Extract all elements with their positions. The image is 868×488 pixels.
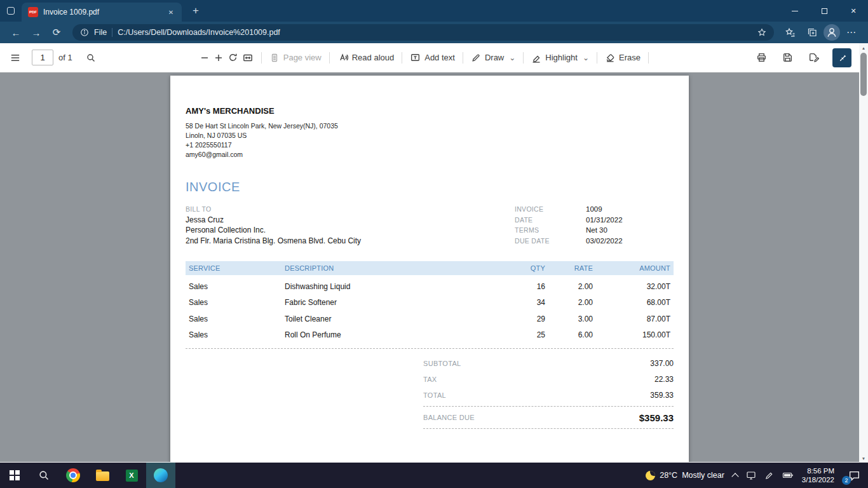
taskbar-edge-button[interactable] bbox=[146, 463, 175, 488]
bill-to-company: Personal Collection Inc. bbox=[186, 225, 361, 236]
balance-due-row: BALANCE DUE $359.33 bbox=[423, 406, 674, 429]
tax-row: TAX 22.33 bbox=[423, 371, 674, 387]
meta-value: Net 30 bbox=[586, 225, 607, 236]
action-center-button[interactable]: 2 bbox=[845, 466, 863, 484]
tray-overflow-chevron-icon[interactable] bbox=[731, 473, 738, 480]
browser-tab[interactable]: PDF Invoice 1009.pdf ✕ bbox=[22, 3, 182, 22]
page-view-button[interactable]: Page view bbox=[268, 50, 323, 65]
battery-icon[interactable] bbox=[782, 470, 794, 480]
zoom-in-icon[interactable] bbox=[212, 50, 226, 65]
taskbar-chrome-button[interactable] bbox=[58, 463, 88, 488]
page-view-label: Page view bbox=[283, 53, 322, 62]
maximize-icon bbox=[822, 8, 827, 14]
tab-actions-button[interactable] bbox=[0, 0, 22, 22]
chevron-down-icon[interactable]: ⌄ bbox=[509, 55, 515, 60]
page-number-input[interactable] bbox=[32, 50, 53, 65]
table-row: Sales Toilet Cleaner 29 3.00 87.00T bbox=[186, 311, 674, 327]
info-icon[interactable] bbox=[80, 28, 89, 37]
highlight-icon bbox=[531, 53, 541, 63]
close-button[interactable]: ✕ bbox=[839, 0, 868, 22]
highlight-button[interactable]: Highlight ⌄ bbox=[529, 50, 591, 65]
taskbar-excel-button[interactable]: X bbox=[117, 463, 146, 488]
system-tray: 28°C Mostly clear 8:56 PM 3/18/2022 2 bbox=[646, 466, 868, 484]
weather-widget[interactable]: 28°C Mostly clear bbox=[646, 471, 724, 480]
monitor-icon[interactable] bbox=[746, 470, 756, 480]
cell-rate: 6.00 bbox=[545, 330, 593, 339]
scroll-down-icon[interactable]: ▼ bbox=[859, 454, 868, 463]
toolbar-divider bbox=[597, 52, 597, 64]
weather-condition: Mostly clear bbox=[682, 471, 724, 480]
pin-icon bbox=[837, 53, 847, 62]
totals-block: SUBTOTAL 337.00 TAX 22.33 TOTAL 359.33 B… bbox=[423, 355, 674, 429]
taskbar-clock[interactable]: 8:56 PM 3/18/2022 bbox=[802, 466, 834, 484]
table-of-contents-icon[interactable] bbox=[8, 50, 23, 66]
settings-menu-icon[interactable]: ⋯ bbox=[841, 23, 862, 42]
tab-close-icon[interactable]: ✕ bbox=[165, 6, 177, 18]
cell-qty: 25 bbox=[475, 330, 545, 339]
read-aloud-button[interactable]: Read aloud bbox=[336, 50, 397, 65]
taskbar-file-explorer-button[interactable] bbox=[88, 463, 117, 488]
favorites-icon[interactable] bbox=[780, 23, 801, 42]
column-header: AMOUNT bbox=[593, 264, 674, 272]
company-phone: +1 2025550117 bbox=[186, 140, 674, 150]
read-aloud-label: Read aloud bbox=[352, 53, 395, 62]
start-button[interactable] bbox=[0, 463, 29, 488]
forward-button[interactable]: → bbox=[27, 23, 46, 42]
search-icon bbox=[38, 470, 50, 481]
invoice-title: INVOICE bbox=[186, 180, 674, 194]
refresh-button[interactable]: ⟳ bbox=[47, 23, 66, 42]
print-icon[interactable] bbox=[754, 50, 769, 65]
column-header: RATE bbox=[545, 264, 593, 272]
cell-description: Roll On Perfume bbox=[285, 330, 475, 339]
chevron-down-icon[interactable]: ⌄ bbox=[583, 55, 589, 60]
back-button[interactable]: ← bbox=[6, 23, 25, 42]
search-icon[interactable] bbox=[84, 50, 98, 65]
total-row: TOTAL 359.33 bbox=[423, 387, 674, 403]
zoom-out-icon[interactable] bbox=[198, 50, 212, 65]
pen-icon[interactable] bbox=[764, 471, 774, 480]
company-email: amy60@gmail.com bbox=[186, 150, 674, 159]
toolbar-divider bbox=[402, 52, 402, 64]
cell-service: Sales bbox=[186, 298, 285, 307]
erase-button[interactable]: Erase bbox=[603, 50, 642, 65]
taskbar-search-button[interactable] bbox=[29, 463, 58, 488]
address-bar: ← → ⟳ File C:/Users/Dell/Downloads/Invoi… bbox=[0, 22, 868, 43]
scrollbar-thumb[interactable] bbox=[860, 53, 867, 96]
draw-button[interactable]: Draw ⌄ bbox=[469, 50, 517, 65]
windows-logo-icon bbox=[10, 470, 20, 480]
maximize-button[interactable] bbox=[810, 0, 839, 22]
cell-description: Fabric Softener bbox=[285, 298, 475, 307]
page-count-label: of 1 bbox=[58, 53, 72, 62]
draw-icon bbox=[471, 53, 481, 63]
table-row: Sales Fabric Softener 34 2.00 68.00T bbox=[186, 295, 674, 311]
pdf-viewport[interactable]: AMY's MERCHANDISE 58 De Hart St Lincoln … bbox=[0, 72, 859, 462]
scroll-up-icon[interactable]: ▲ bbox=[859, 43, 868, 52]
meta-value: 01/31/2022 bbox=[586, 215, 623, 226]
fit-to-width-icon[interactable] bbox=[240, 50, 255, 66]
toolbar-divider bbox=[523, 52, 524, 64]
total-value: 359.33 bbox=[650, 391, 674, 400]
address-input[interactable]: File C:/Users/Dell/Downloads/Invoice%201… bbox=[72, 24, 774, 41]
pin-toolbar-button[interactable] bbox=[832, 48, 851, 67]
cell-rate: 2.00 bbox=[545, 298, 593, 307]
billing-section: BILL TO Jessa Cruz Personal Collection I… bbox=[186, 204, 674, 246]
url-text: C:/Users/Dell/Downloads/Invoice%201009.p… bbox=[118, 28, 752, 37]
excel-icon: X bbox=[126, 470, 138, 482]
minimize-button[interactable] bbox=[780, 0, 810, 22]
cell-amount: 32.00T bbox=[593, 282, 674, 291]
save-as-icon[interactable] bbox=[806, 50, 821, 65]
rotate-icon[interactable] bbox=[226, 50, 240, 65]
chrome-icon bbox=[66, 468, 80, 482]
file-explorer-icon bbox=[96, 471, 109, 481]
pdf-file-icon: PDF bbox=[28, 7, 38, 17]
collections-icon[interactable] bbox=[802, 23, 822, 42]
add-text-label: Add text bbox=[424, 53, 455, 62]
add-text-button[interactable]: Add text bbox=[408, 50, 457, 65]
new-tab-button[interactable]: + bbox=[187, 2, 205, 20]
vertical-scrollbar[interactable]: ▲ ▼ bbox=[859, 43, 868, 463]
cell-amount: 150.00T bbox=[593, 330, 674, 339]
add-favorites-icon[interactable] bbox=[757, 28, 766, 37]
save-icon[interactable] bbox=[780, 50, 795, 65]
profile-avatar[interactable] bbox=[824, 24, 840, 41]
meta-row: DATE 01/31/2022 bbox=[515, 215, 674, 226]
